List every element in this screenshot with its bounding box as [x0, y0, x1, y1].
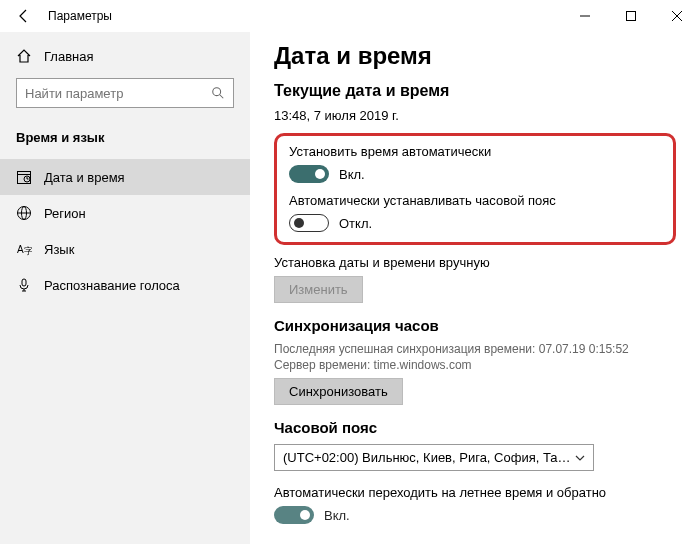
sidebar-section-title: Время и язык — [0, 120, 250, 159]
auto-time-label: Установить время автоматически — [289, 144, 661, 159]
sidebar-item-label: Регион — [44, 206, 86, 221]
home-label: Главная — [44, 49, 93, 64]
sidebar-item-label: Дата и время — [44, 170, 125, 185]
sync-heading: Синхронизация часов — [274, 317, 676, 334]
sidebar-item-label: Распознавание голоса — [44, 278, 180, 293]
back-button[interactable] — [8, 0, 40, 32]
home-nav-item[interactable]: Главная — [0, 40, 250, 72]
timezone-dropdown[interactable]: (UTC+02:00) Вильнюс, Киев, Рига, София, … — [274, 444, 594, 471]
sidebar-item-region[interactable]: Регион — [0, 195, 250, 231]
microphone-icon — [16, 277, 32, 293]
change-button: Изменить — [274, 276, 363, 303]
auto-timezone-toggle[interactable] — [289, 214, 329, 232]
sidebar-item-label: Язык — [44, 242, 74, 257]
svg-rect-12 — [22, 279, 26, 286]
svg-line-3 — [220, 95, 224, 99]
search-icon — [211, 86, 225, 100]
globe-icon — [16, 205, 32, 221]
home-icon — [16, 48, 32, 64]
sidebar: Главная Время и язык Дата и время Регион — [0, 32, 250, 544]
svg-point-2 — [213, 88, 221, 96]
window-title: Параметры — [48, 9, 112, 23]
svg-text:字: 字 — [24, 246, 32, 256]
sidebar-item-language[interactable]: A字 Язык — [0, 231, 250, 267]
search-input[interactable] — [16, 78, 234, 108]
sync-last: Последняя успешная синхронизация времени… — [274, 342, 676, 356]
maximize-button[interactable] — [608, 0, 654, 32]
sync-server: Сервер времени: time.windows.com — [274, 358, 676, 372]
close-button[interactable] — [654, 0, 700, 32]
window-controls — [562, 0, 700, 32]
chevron-down-icon — [575, 453, 585, 463]
svg-rect-1 — [627, 12, 636, 21]
highlighted-settings-box: Установить время автоматически Вкл. Авто… — [274, 133, 676, 245]
calendar-clock-icon — [16, 169, 32, 185]
auto-time-toggle[interactable] — [289, 165, 329, 183]
language-icon: A字 — [16, 241, 32, 257]
auto-timezone-state: Откл. — [339, 216, 372, 231]
titlebar: Параметры — [0, 0, 700, 32]
dst-state: Вкл. — [324, 508, 350, 523]
sync-button[interactable]: Синхронизовать — [274, 378, 403, 405]
dst-toggle[interactable] — [274, 506, 314, 524]
content-area[interactable]: Дата и время Текущие дата и время 13:48,… — [250, 32, 700, 544]
timezone-heading: Часовой пояс — [274, 419, 676, 436]
auto-timezone-label: Автоматически устанавливать часовой пояс — [289, 193, 661, 208]
current-datetime-value: 13:48, 7 июля 2019 г. — [274, 108, 676, 123]
page-title: Дата и время — [274, 42, 676, 70]
auto-time-state: Вкл. — [339, 167, 365, 182]
manual-datetime-heading: Установка даты и времени вручную — [274, 255, 676, 270]
current-datetime-heading: Текущие дата и время — [274, 82, 676, 100]
sidebar-item-speech[interactable]: Распознавание голоса — [0, 267, 250, 303]
search-field[interactable] — [25, 86, 211, 101]
timezone-selected: (UTC+02:00) Вильнюс, Киев, Рига, София, … — [283, 450, 575, 465]
sidebar-item-date-time[interactable]: Дата и время — [0, 159, 250, 195]
minimize-button[interactable] — [562, 0, 608, 32]
svg-text:A: A — [17, 244, 24, 255]
dst-label: Автоматически переходить на летнее время… — [274, 485, 676, 500]
